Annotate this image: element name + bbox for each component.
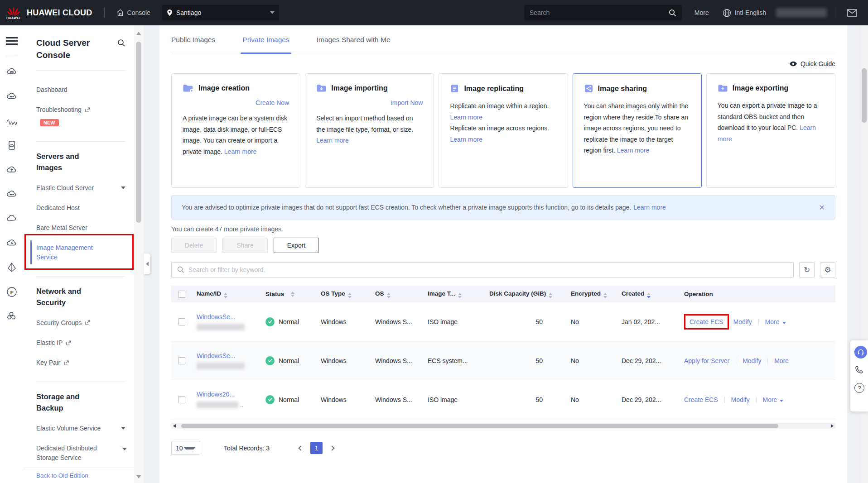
col-os-type[interactable]: OS Type bbox=[316, 290, 371, 298]
col-os[interactable]: OS bbox=[371, 290, 423, 298]
learn-more-link[interactable]: Learn more bbox=[450, 136, 482, 143]
hamburger-menu-icon[interactable] bbox=[6, 35, 18, 47]
image-name-link[interactable]: WindowsSe... bbox=[197, 352, 236, 359]
table-settings-button[interactable]: ⚙ bbox=[820, 262, 835, 277]
sidebar-item-elastic-ip[interactable]: Elastic IP bbox=[36, 333, 125, 353]
create-ecs-link[interactable]: Create ECS bbox=[690, 318, 723, 325]
more-menu[interactable]: More bbox=[694, 9, 709, 16]
huawei-logo[interactable]: HUAWEI bbox=[6, 6, 20, 19]
select-all-checkbox[interactable] bbox=[178, 291, 185, 298]
quick-guide-button[interactable]: Quick Guide bbox=[789, 60, 835, 67]
scroll-up-arrow[interactable] bbox=[136, 32, 141, 35]
cloud-dots-icon[interactable] bbox=[3, 184, 21, 204]
region-selector[interactable]: Santiago bbox=[162, 5, 279, 20]
page-size-select[interactable]: 10 bbox=[171, 441, 200, 455]
col-created[interactable]: Created bbox=[617, 290, 680, 298]
create-ecs-link[interactable]: Create ECS bbox=[684, 396, 718, 403]
export-button[interactable]: Export bbox=[274, 238, 319, 253]
scroll-down-arrow[interactable] bbox=[136, 475, 141, 478]
phone-support-button[interactable] bbox=[854, 365, 863, 376]
col-name-id[interactable]: Name/ID bbox=[192, 290, 261, 298]
search-icon[interactable] bbox=[669, 9, 676, 17]
filter-input[interactable] bbox=[188, 266, 788, 273]
sidebar-item-elastic-volume-service[interactable]: Elastic Volume Service bbox=[36, 418, 125, 438]
tab-images-shared-with-me[interactable]: Images Shared with Me bbox=[317, 25, 391, 54]
modify-link[interactable]: Modify bbox=[743, 357, 761, 364]
tab-private-images[interactable]: Private Images bbox=[242, 25, 289, 54]
modify-link[interactable]: Modify bbox=[733, 318, 752, 325]
sidebar-item-troubleshooting[interactable]: Troubleshooting NEW bbox=[36, 100, 125, 132]
scroll-left-arrow[interactable] bbox=[171, 423, 178, 429]
apply-for-server-link[interactable]: Apply for Server bbox=[684, 357, 729, 364]
support-chat-button[interactable] bbox=[854, 346, 867, 359]
sidebar-search-icon[interactable] bbox=[117, 39, 125, 49]
next-page-button[interactable] bbox=[326, 442, 338, 454]
sort-icons[interactable] bbox=[549, 293, 552, 298]
sort-icons[interactable] bbox=[387, 293, 391, 298]
console-link[interactable]: Console bbox=[116, 9, 150, 16]
row-checkbox[interactable] bbox=[178, 396, 185, 403]
global-search-input[interactable] bbox=[530, 9, 669, 16]
col-image-type[interactable]: Image T... bbox=[423, 290, 485, 298]
tab-public-images[interactable]: Public Images bbox=[171, 25, 215, 54]
more-link[interactable]: More bbox=[765, 318, 780, 325]
sidebar-item-dedicated-distributed-storage[interactable]: Dedicated Distributed Storage Service bbox=[36, 438, 127, 468]
prism-icon[interactable] bbox=[3, 258, 21, 277]
col-disk-capacity[interactable]: Disk Capacity (GiB) bbox=[485, 290, 566, 298]
sidebar-item-dashboard[interactable]: Dashboard bbox=[36, 80, 125, 100]
sort-icons[interactable] bbox=[224, 293, 227, 298]
sidebar-item-dedicated-host[interactable]: Dedicated Host bbox=[36, 198, 125, 218]
sort-icons[interactable] bbox=[348, 293, 352, 298]
scrollbar-thumb[interactable] bbox=[862, 68, 867, 123]
learn-more-link[interactable]: Learn more bbox=[633, 204, 666, 211]
more-link[interactable]: More bbox=[774, 357, 789, 364]
waves-icon[interactable] bbox=[3, 111, 21, 131]
messages-button[interactable] bbox=[847, 9, 857, 17]
horizontal-scrollbar[interactable] bbox=[171, 423, 835, 429]
cloud-upload-icon[interactable] bbox=[3, 160, 21, 180]
learn-more-link[interactable]: Learn more bbox=[450, 114, 482, 121]
row-checkbox[interactable] bbox=[178, 318, 185, 325]
delete-button[interactable]: Delete bbox=[171, 238, 217, 253]
learn-more-link[interactable]: Learn more bbox=[617, 147, 650, 154]
image-name-link[interactable]: WindowsSe... bbox=[197, 313, 236, 320]
back-to-old-edition-link[interactable]: Back to Old Edition bbox=[36, 472, 88, 479]
scrollbar-thumb[interactable] bbox=[136, 42, 141, 223]
language-selector[interactable]: Intl-English bbox=[723, 9, 766, 17]
learn-more-link[interactable]: Learn more bbox=[316, 137, 349, 144]
sidebar-scrollbar[interactable] bbox=[134, 25, 144, 483]
sidebar-collapse-handle[interactable] bbox=[144, 253, 150, 274]
ip-icon[interactable]: IP bbox=[3, 282, 21, 302]
create-now-link[interactable]: Create Now bbox=[256, 99, 289, 106]
image-name-link[interactable]: Windows20... bbox=[197, 391, 235, 398]
refresh-button[interactable]: ↻ bbox=[799, 262, 815, 277]
sidebar-item-security-groups[interactable]: Security Groups bbox=[36, 313, 125, 333]
sort-icons[interactable] bbox=[291, 292, 294, 297]
row-checkbox[interactable] bbox=[178, 357, 185, 364]
col-encrypted[interactable]: Encrypted bbox=[566, 290, 617, 298]
scroll-right-arrow[interactable] bbox=[829, 423, 835, 429]
import-now-link[interactable]: Import Now bbox=[391, 99, 423, 106]
sidebar-item-image-management-service[interactable]: Image Management Service bbox=[36, 238, 125, 267]
sidebar-item-elastic-cloud-server[interactable]: Elastic Cloud Server bbox=[36, 178, 125, 198]
sidebar-item-key-pair[interactable]: Key Pair bbox=[36, 353, 125, 373]
cloud-server-icon[interactable] bbox=[3, 62, 21, 82]
sort-icons[interactable] bbox=[458, 293, 462, 298]
share-button[interactable]: Share bbox=[222, 238, 268, 253]
page-scrollbar[interactable] bbox=[860, 25, 868, 483]
filter-search[interactable] bbox=[171, 262, 794, 277]
account-name-redacted[interactable] bbox=[776, 8, 827, 17]
sort-icons[interactable] bbox=[647, 293, 651, 298]
hexagon-cluster-icon[interactable] bbox=[3, 306, 21, 326]
close-icon[interactable]: ✕ bbox=[819, 203, 825, 212]
disk-cloud-icon[interactable] bbox=[3, 135, 21, 155]
sort-icons[interactable] bbox=[603, 293, 607, 298]
cloud-play-icon[interactable] bbox=[3, 233, 21, 253]
prev-page-button[interactable] bbox=[295, 442, 307, 454]
more-link[interactable]: More bbox=[763, 396, 777, 403]
page-number-active[interactable]: 1 bbox=[310, 442, 323, 454]
cloud-icon[interactable] bbox=[3, 209, 21, 229]
help-button[interactable]: ? bbox=[854, 383, 864, 393]
cloud-more-icon[interactable] bbox=[3, 86, 21, 106]
learn-more-link[interactable]: Learn more bbox=[224, 148, 257, 155]
